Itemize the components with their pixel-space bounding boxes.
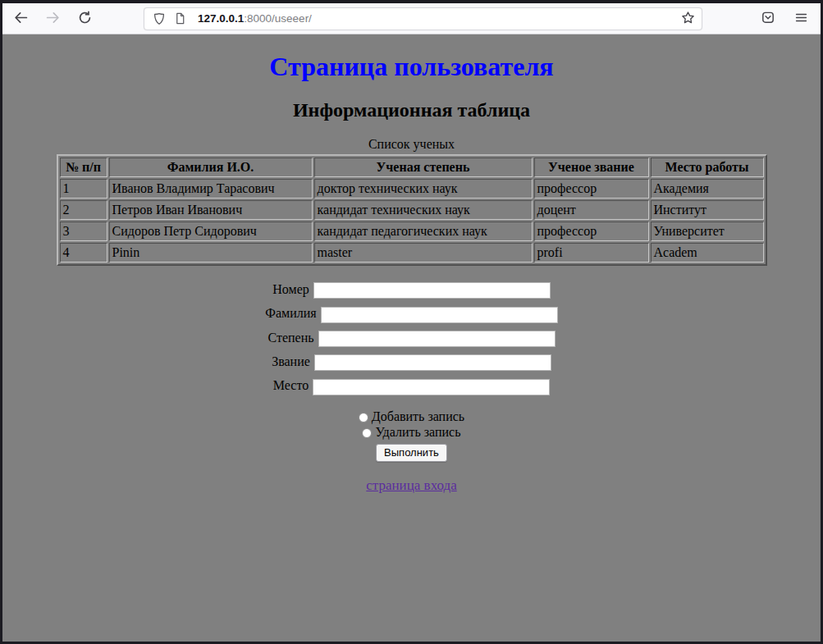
menu-button[interactable]: [793, 11, 809, 27]
form-row-surname: Фамилия: [2, 306, 821, 322]
star-icon: [681, 11, 695, 27]
url-host: 127.0.0.1: [198, 12, 244, 25]
cell-rank: доцент: [534, 200, 649, 220]
url-bar[interactable]: 127.0.0.1:8000/useeer/: [144, 7, 702, 30]
work-label: Место: [273, 378, 309, 392]
table-caption: Список ученых: [57, 137, 767, 154]
rank-label: Звание: [272, 354, 310, 368]
form-row-rank: Звание: [2, 354, 821, 371]
add-record-label: Добавить запись: [372, 409, 464, 423]
number-label: Номер: [272, 282, 309, 296]
browser-window: 127.0.0.1:8000/useeer/: [0, 0, 823, 644]
url-path: :8000/useeer/: [244, 12, 312, 25]
cell-work: Университет: [651, 222, 764, 241]
hamburger-menu-icon: [794, 11, 808, 27]
url-text[interactable]: 127.0.0.1:8000/useeer/: [198, 12, 681, 25]
forward-arrow-icon: [46, 11, 60, 27]
shield-icon[interactable]: [153, 12, 166, 25]
browser-toolbar: 127.0.0.1:8000/useeer/: [2, 3, 821, 34]
back-arrow-icon: [14, 11, 28, 27]
form-row-number: Номер: [2, 282, 821, 299]
cell-number: 4: [60, 243, 107, 263]
page-title: Страница пользователя: [2, 52, 821, 82]
delete-record-label: Удалить запись: [375, 425, 460, 439]
delete-record-radio[interactable]: [362, 428, 372, 438]
form-row-degree: Степень: [2, 331, 821, 347]
surname-label: Фамилия: [265, 306, 316, 320]
cell-degree: кандидат технических наук: [314, 200, 533, 220]
reload-icon: [78, 11, 92, 27]
cell-surname: Петров Иван Иванович: [109, 200, 313, 220]
cell-work: Институт: [651, 200, 764, 220]
cell-rank: профессор: [534, 179, 649, 199]
login-page-link[interactable]: страница входа: [366, 477, 456, 493]
degree-label: Степень: [267, 331, 313, 345]
cell-rank: profi: [534, 243, 649, 263]
login-link-row: страница входа: [2, 477, 821, 494]
header-rank: Ученое звание: [534, 158, 649, 177]
table-row: 4 Pinin master profi Academ: [60, 243, 764, 263]
cell-surname: Сидоров Петр Сидорович: [109, 222, 313, 241]
form-row-work: Место: [2, 378, 821, 395]
page-icon[interactable]: [174, 12, 186, 25]
add-record-radio[interactable]: [359, 413, 368, 422]
page-content: Страница пользователя Информационная таб…: [2, 34, 821, 642]
radio-row-delete: Удалить запись: [2, 424, 821, 440]
cell-surname: Pinin: [109, 243, 313, 263]
work-input[interactable]: [313, 379, 550, 395]
header-work: Место работы: [651, 158, 764, 177]
back-button[interactable]: [12, 11, 29, 27]
bookmark-star-button[interactable]: [681, 11, 695, 27]
cell-rank: профессор: [534, 222, 649, 241]
cell-number: 1: [60, 179, 107, 199]
rank-input[interactable]: [314, 354, 551, 371]
execute-button[interactable]: Выполнить: [376, 444, 447, 462]
cell-number: 2: [60, 200, 107, 220]
reload-button[interactable]: [76, 11, 93, 27]
record-form: Номер Фамилия Степень Звание Место Добав…: [2, 282, 821, 462]
number-input[interactable]: [313, 282, 551, 299]
header-number: № п/п: [60, 158, 107, 177]
cell-surname: Иванов Владимир Тарасович: [109, 179, 313, 199]
cell-degree: кандидат педагогических наук: [314, 222, 533, 241]
header-surname: Фамилия И.О.: [109, 158, 313, 177]
pocket-button[interactable]: [760, 11, 776, 27]
scientists-table: Список ученых № п/п Фамилия И.О. Ученая …: [57, 137, 767, 266]
table-header-row: № п/п Фамилия И.О. Ученая степень Ученое…: [60, 158, 764, 177]
cell-work: Академия: [651, 179, 764, 199]
section-heading: Информационная таблица: [2, 99, 821, 121]
cell-degree: master: [314, 243, 533, 263]
header-degree: Ученая степень: [314, 158, 533, 177]
surname-input[interactable]: [321, 307, 558, 323]
table-row: 1 Иванов Владимир Тарасович доктор техни…: [60, 179, 764, 199]
action-radio-group: Добавить запись Удалить запись: [2, 409, 821, 440]
radio-row-add: Добавить запись: [2, 409, 821, 424]
cell-degree: доктор технических наук: [314, 179, 533, 199]
table-row: 2 Петров Иван Иванович кандидат техничес…: [60, 200, 764, 220]
cell-work: Academ: [651, 243, 764, 263]
table-row: 3 Сидоров Петр Сидорович кандидат педаго…: [60, 222, 764, 241]
pocket-icon: [761, 10, 775, 27]
forward-button[interactable]: [44, 11, 61, 27]
cell-number: 3: [60, 222, 107, 241]
degree-input[interactable]: [318, 331, 556, 347]
